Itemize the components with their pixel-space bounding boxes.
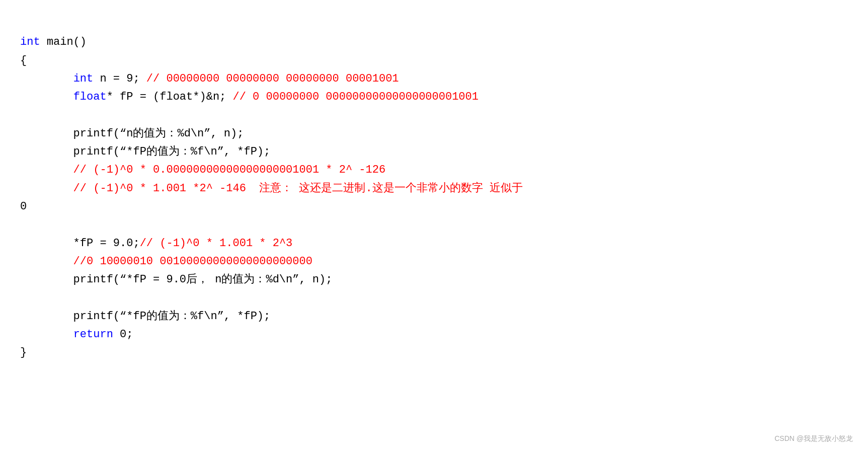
comment-4: // (-1)^0 * 1.001 *2^ -146 注意： 这还是二进制.这是… [20,182,523,195]
type-float: float [73,91,107,103]
function-main: main() [40,36,87,48]
printf-3: printf(“*fP = 9.0后， n的值为：%d\n”, n); [20,273,332,286]
brace-open: { [20,54,27,67]
comment-5: // (-1)^0 * 1.001 * 2^3 [140,237,293,250]
assign-fp: *fP = 9.0; [20,237,140,250]
code-display: int main() { int n = 9; // 00000000 0000… [20,15,848,362]
line-indent [20,72,73,85]
printf-4: printf(“*fP的值为：%f\n”, *fP); [20,310,270,323]
var-fp: * fP = (float*)&n; [107,91,233,103]
type-int: int [73,72,94,85]
return-stmt [20,328,73,341]
keyword-int: int [20,36,40,48]
printf-2: printf(“*fP的值为：%f\n”, *fP); [20,145,270,158]
watermark: CSDN @我是无敌小怒龙 [774,433,853,444]
comment-3: // (-1)^0 * 0.00000000000000000001001 * … [20,164,385,176]
brace-close: } [20,346,27,359]
line-indent-2 [20,91,73,103]
var-n: n = 9; [93,72,146,85]
keyword-return: return [73,328,113,341]
zero-val: 0 [20,200,27,213]
comment-1: // 00000000 00000000 00000000 00001001 [146,72,399,85]
comment-2: // 0 00000000 00000000000000000001001 [232,91,478,103]
comment-6: //0 10000010 00100000000000000000000 [20,255,312,268]
printf-1: printf(“n的值为：%d\n”, n); [20,127,244,140]
return-val: 0; [113,328,133,341]
